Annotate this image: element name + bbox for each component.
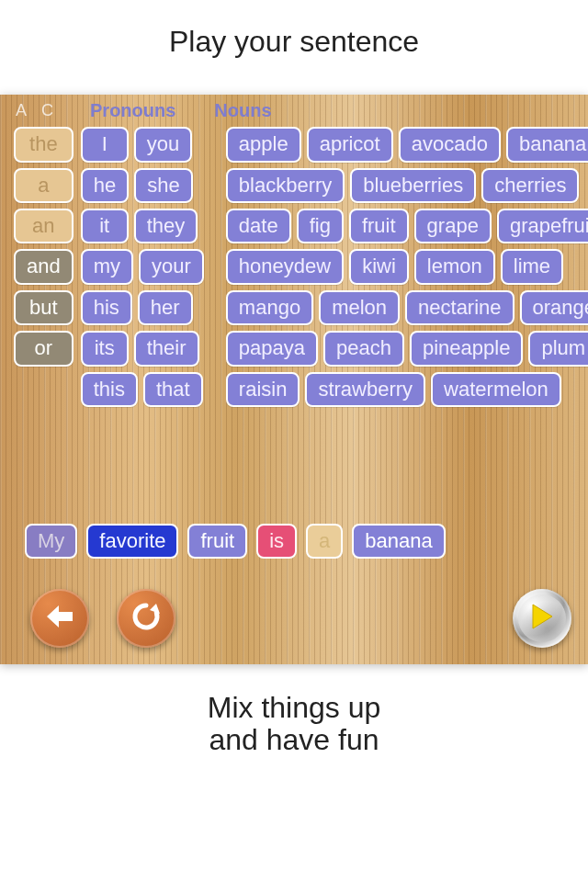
word-tile[interactable]: he xyxy=(81,168,129,203)
word-tile[interactable]: but xyxy=(14,290,74,325)
sentence-tile[interactable]: a xyxy=(306,524,343,559)
word-tile[interactable]: apple xyxy=(226,127,301,162)
word-tile[interactable]: nectarine xyxy=(405,290,514,325)
refresh-icon xyxy=(130,600,163,637)
back-button[interactable] xyxy=(30,589,89,648)
sentence-tile[interactable]: favorite xyxy=(86,524,178,559)
word-tile[interactable]: lime xyxy=(501,249,563,284)
sentence-tile[interactable]: banana xyxy=(352,524,445,559)
word-tile[interactable]: orange xyxy=(520,290,588,325)
controls-bar xyxy=(30,589,571,648)
word-tile[interactable]: your xyxy=(139,249,204,284)
refresh-button[interactable] xyxy=(117,589,175,648)
word-tile[interactable]: peach xyxy=(323,331,404,366)
word-tile[interactable]: honeydew xyxy=(226,249,344,284)
caption-bottom: Mix things up and have fun xyxy=(0,664,588,784)
header-nouns: Nouns xyxy=(214,100,271,121)
word-tile[interactable]: her xyxy=(138,290,193,325)
word-tile[interactable]: an xyxy=(14,209,74,243)
word-tile[interactable]: my xyxy=(81,249,133,284)
word-tile[interactable]: she xyxy=(134,168,192,203)
word-tile[interactable]: avocado xyxy=(399,127,501,162)
header-articles: A C xyxy=(16,101,59,120)
word-tile[interactable]: his xyxy=(81,290,132,325)
word-tile[interactable]: a xyxy=(14,168,74,203)
sentence-tile[interactable]: fruit xyxy=(187,524,247,559)
word-tile[interactable]: papaya xyxy=(226,331,318,366)
caption-top: Play your sentence xyxy=(0,0,588,95)
word-tile[interactable]: it xyxy=(81,209,129,243)
header-pronouns: Pronouns xyxy=(90,100,175,121)
word-tile[interactable]: that xyxy=(143,372,203,407)
word-tile[interactable]: watermelon xyxy=(431,372,561,407)
word-tile[interactable]: you xyxy=(134,127,192,162)
word-tile[interactable]: grapefruit xyxy=(497,209,588,243)
word-tile[interactable]: fruit xyxy=(349,209,409,243)
word-tile[interactable]: the xyxy=(14,127,74,162)
word-tile[interactable]: blackberry xyxy=(226,168,345,203)
word-tile[interactable]: grape xyxy=(414,209,492,243)
word-tile[interactable]: plum xyxy=(528,331,588,366)
word-tile[interactable]: banana xyxy=(506,127,588,162)
word-tile[interactable]: strawberry xyxy=(305,372,425,407)
word-tile[interactable]: kiwi xyxy=(349,249,409,284)
word-tile[interactable]: blueberries xyxy=(350,168,476,203)
game-board: A C Pronouns Nouns the a an and but or I… xyxy=(0,95,588,664)
word-tile[interactable]: or xyxy=(14,331,74,366)
word-tile[interactable]: raisin xyxy=(226,372,300,407)
word-tile[interactable]: they xyxy=(134,209,198,243)
play-icon xyxy=(530,603,554,634)
sentence-tile[interactable]: My xyxy=(25,524,77,559)
pronouns-column: Iyou heshe itthey myyour hisher itstheir… xyxy=(81,127,204,407)
articles-column: the a an and but or xyxy=(14,127,74,407)
category-header-row: A C Pronouns Nouns xyxy=(14,100,588,121)
word-tile[interactable]: its xyxy=(81,331,129,366)
word-tile[interactable]: their xyxy=(134,331,199,366)
word-tile[interactable]: lemon xyxy=(414,249,495,284)
word-tile[interactable]: apricot xyxy=(307,127,393,162)
arrow-left-icon xyxy=(44,604,75,633)
word-tile[interactable]: melon xyxy=(319,290,400,325)
word-tile[interactable]: and xyxy=(14,249,74,284)
word-tile[interactable]: pineapple xyxy=(410,331,523,366)
word-tile[interactable]: mango xyxy=(226,290,313,325)
word-tile[interactable]: fig xyxy=(297,209,344,243)
word-tile[interactable]: I xyxy=(81,127,129,162)
sentence-row: My favorite fruit is a banana xyxy=(25,524,446,559)
nouns-column: appleapricotavocadobanana blackberryblue… xyxy=(226,127,588,407)
sentence-tile[interactable]: is xyxy=(256,524,297,559)
word-tile[interactable]: cherries xyxy=(481,168,579,203)
play-button[interactable] xyxy=(513,589,571,648)
word-tile[interactable]: this xyxy=(81,372,138,407)
word-tile[interactable]: date xyxy=(226,209,291,243)
